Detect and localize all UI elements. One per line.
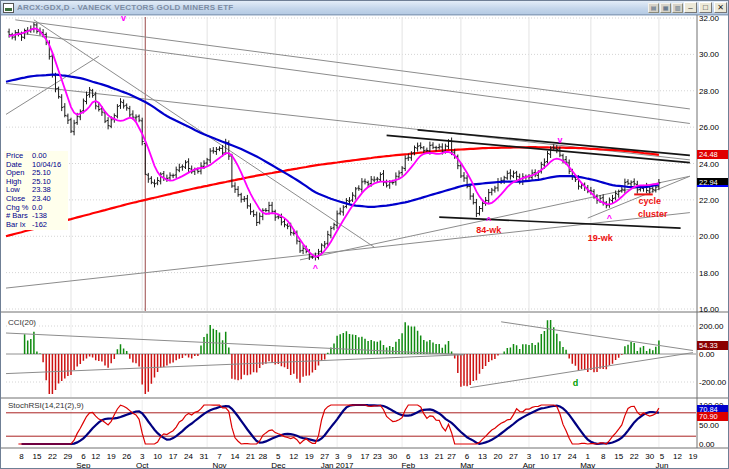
stochrsi-fast-line [18, 405, 659, 444]
cci-axis-label: 200.00 [699, 322, 724, 331]
time-axis-month: Nov [212, 461, 226, 469]
price-badge-last: 22.94 [697, 178, 729, 187]
trendline-gray [15, 33, 690, 124]
time-axis-month: Dec [271, 461, 285, 469]
annotation-^: ^ [607, 213, 613, 223]
time-axis-month: Jun [656, 461, 669, 469]
price-axis-label: 32.00 [699, 15, 720, 23]
time-axis-month: Apr [523, 461, 536, 469]
app-icon [3, 3, 14, 13]
time-axis-day: 21 [246, 452, 255, 461]
trendline-black [387, 135, 690, 162]
time-axis-month: Feb [401, 461, 415, 469]
time-axis-day: 22 [48, 452, 57, 461]
time-axis-day: 19 [305, 452, 314, 461]
time-axis-day: 23 [373, 452, 382, 461]
price-axis-label: 30.00 [699, 50, 720, 59]
time-axis-day: 12 [91, 452, 100, 461]
time-axis-day: 31 [200, 452, 209, 461]
time-axis-day: 5 [276, 452, 281, 461]
stoch-panel-label: StochRSI(14,21(2),9) [7, 401, 85, 410]
time-axis-day: 27 [447, 452, 456, 461]
cci-axis-label: 0.00 [699, 350, 715, 359]
stoch-axis-label: 0.00 [699, 440, 715, 449]
time-axis-day: 27 [320, 452, 329, 461]
titlebar[interactable]: ARCX:GDX,D - VANECK VECTORS GOLD MINERS … [1, 1, 729, 15]
time-axis-day: 8 [19, 452, 24, 461]
stoch-axis-label: 50.00 [699, 421, 720, 430]
time-axis-day: 30 [388, 452, 397, 461]
time-axis-day: 28 [258, 452, 267, 461]
time-axis-day: 10 [540, 452, 549, 461]
price-badge-red-ma: 24.48 [697, 150, 729, 159]
annotation-cluster: cluster [638, 209, 668, 219]
time-axis-day: 3 [527, 452, 532, 461]
time-axis-day: 29 [63, 452, 72, 461]
chart-canvas[interactable]: v^^^v84-wk19-wkcycleclusterd32.0030.0028… [1, 15, 729, 469]
cci-axis-label: -200.00 [699, 378, 727, 387]
stoch-fast-badge: 70.90 [697, 412, 729, 421]
time-axis-day: 15 [32, 452, 41, 461]
time-axis-day: 17 [552, 452, 561, 461]
titlebar-tool-icon-1[interactable]: ▤ [648, 3, 659, 13]
price-axis-label: 16.00 [699, 305, 720, 314]
cci-panel-label: CCI(20) [7, 318, 37, 327]
time-axis-day: 9 [347, 452, 352, 461]
time-axis-month: Jan 2017 [321, 461, 354, 469]
time-axis-day: 17 [361, 452, 370, 461]
time-axis-day: 12 [289, 452, 298, 461]
titlebar-tool-icon-2[interactable]: ▦ [660, 3, 671, 13]
annotation-^: ^ [486, 215, 492, 225]
close-button[interactable]: ✕ [714, 2, 727, 13]
chart-area: v^^^v84-wk19-wkcycleclusterd32.0030.0028… [1, 15, 729, 469]
time-axis-day: 13 [419, 452, 428, 461]
titlebar-tool-icon-3[interactable]: ▥ [672, 3, 683, 13]
time-axis-day: 3 [140, 452, 145, 461]
time-axis-day: 26 [122, 452, 131, 461]
time-axis-day: 8 [601, 452, 606, 461]
time-axis-day: 15 [614, 452, 623, 461]
time-axis-day: 3 [335, 452, 340, 461]
time-axis-day: 24 [184, 452, 193, 461]
time-axis-month: Sep [76, 461, 91, 469]
maximize-button[interactable]: □ [699, 2, 712, 13]
time-axis-day: 10 [153, 452, 162, 461]
annotation-cycle: cycle [638, 196, 661, 206]
time-axis-day: 5 [660, 452, 665, 461]
price-axis-label: 22.00 [699, 196, 720, 205]
annotation-19-wk: 19-wk [588, 233, 614, 243]
time-axis-day: 24 [568, 452, 577, 461]
time-axis-day: 30 [645, 452, 654, 461]
time-axis-day: 6 [406, 452, 411, 461]
time-axis-day: 13 [478, 452, 487, 461]
time-axis-day: 7 [217, 452, 222, 461]
info-row: Bar Ix-162 [6, 221, 66, 230]
annotation-v: v [121, 15, 126, 23]
annotation-d: d [573, 378, 579, 388]
time-axis-day: 27 [509, 452, 518, 461]
price-axis-label: 24.00 [699, 160, 720, 169]
window-title: ARCX:GDX,D - VANECK VECTORS GOLD MINERS … [17, 3, 648, 12]
chart-window: ARCX:GDX,D - VANECK VECTORS GOLD MINERS … [0, 0, 729, 469]
time-axis-month: Oct [136, 461, 149, 469]
time-axis-day: 21 [435, 452, 444, 461]
time-axis-day: 12 [673, 452, 682, 461]
time-axis-month: Mar [460, 461, 474, 469]
time-axis-day: 22 [630, 452, 639, 461]
time-axis-day: 19 [107, 452, 116, 461]
price-info-box: Price0.00Date10/04/16Open25.10High25.10L… [4, 151, 68, 230]
annotation-84-wk: 84-wk [476, 225, 502, 235]
cci-value-badge: 54.33 [697, 341, 729, 350]
minimize-button[interactable]: – [684, 2, 697, 13]
time-axis-day: 1 [586, 452, 591, 461]
price-axis-label: 28.00 [699, 87, 720, 96]
time-axis-day: 19 [689, 452, 698, 461]
time-axis-month: May [580, 461, 595, 469]
ohlc-bars [8, 23, 661, 261]
time-axis-day: 17 [169, 452, 178, 461]
price-axis-label: 18.00 [699, 269, 720, 278]
price-axis-label: 20.00 [699, 232, 720, 241]
time-axis-day: 14 [231, 452, 240, 461]
time-axis-day: 6 [465, 452, 470, 461]
annotation-v: v [557, 135, 562, 145]
